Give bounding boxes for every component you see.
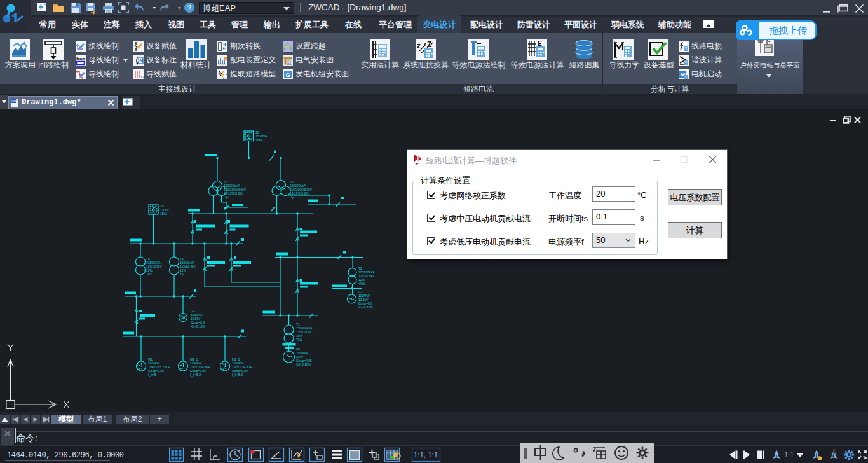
svg-text:Hyd: Hyd xyxy=(290,195,295,199)
svg-text:N: N xyxy=(140,58,144,64)
svg-text:bus: bus xyxy=(76,56,86,62)
svg-text:Xd=0.15%: Xd=0.15% xyxy=(191,324,206,328)
svg-text:1:1, 1:1: 1:1, 1:1 xyxy=(414,451,438,459)
svg-text:E: E xyxy=(538,40,542,47)
svg-text:GS: GS xyxy=(180,314,186,318)
svg-text:Xd=0.15%: Xd=0.15% xyxy=(358,305,374,309)
svg-text:15kA: 15kA xyxy=(160,212,168,216)
svg-text:I_Ir=5.2: I_Ir=5.2 xyxy=(190,373,201,377)
svg-text:I_Ir=5: I_Ir=5 xyxy=(148,373,156,377)
svg-text:Hyd: Hyd xyxy=(224,195,229,199)
svg-text:Xd=0.16%: Xd=0.16% xyxy=(296,363,311,366)
svg-text:DW: DW xyxy=(11,99,18,103)
svg-text:Yy: Yy xyxy=(180,272,184,276)
svg-text:YNd: YNd xyxy=(296,338,302,342)
svg-text:?: ? xyxy=(187,4,192,11)
svg-text:YNd: YNd xyxy=(358,282,365,286)
svg-text:1:1: 1:1 xyxy=(784,451,794,459)
svg-text:I_Ir=5.2: I_Ir=5.2 xyxy=(232,373,243,377)
svg-text:Yyn: Yyn xyxy=(146,272,152,276)
svg-text:z: z xyxy=(417,41,421,50)
svg-text:15kA: 15kA xyxy=(255,138,263,142)
svg-text:G: G xyxy=(285,72,290,78)
